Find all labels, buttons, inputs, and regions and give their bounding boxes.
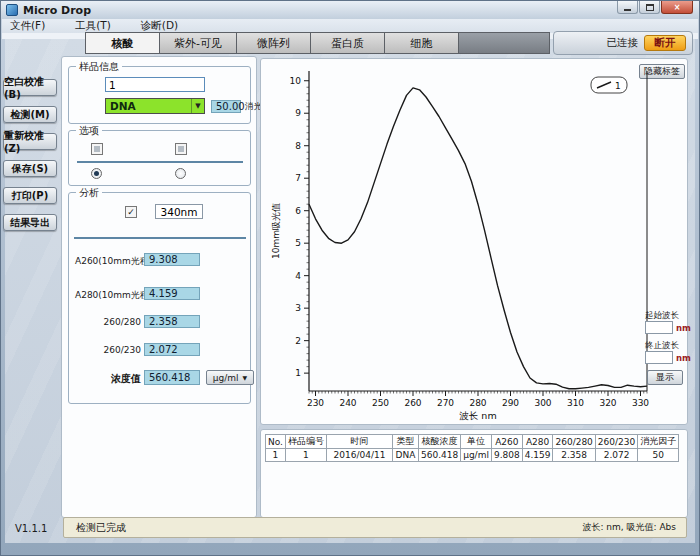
tab-细胞[interactable]: 细胞 <box>385 33 459 53</box>
main-area: 核酸紫外-可见微阵列蛋白质细胞 已连接 断开 空白校准(B)检测(M)重新校准(… <box>5 39 695 543</box>
checkbox-fill-icon <box>94 146 100 152</box>
end-wavelength-input[interactable] <box>645 351 673 364</box>
table-cell: 1 <box>285 449 326 462</box>
maximize-icon <box>646 4 654 11</box>
results-table-panel: No.样品编号时间类型核酸浓度单位A260A280260/280260/230消… <box>260 429 688 518</box>
y-axis-label: 10mm吸光值 <box>271 203 281 259</box>
analysis-group: 分析 ✓ A260(10mm光程)9.308A280(10mm光程)4.1592… <box>68 192 251 404</box>
chart-panel: 隐藏标签 23024025026027028029030031032033012… <box>260 58 688 425</box>
x-tick-label: 250 <box>372 398 389 408</box>
table-header-cell: 类型 <box>392 435 418 449</box>
tab-紫外-可见[interactable]: 紫外-可见 <box>160 33 237 53</box>
option-checkbox-2[interactable] <box>175 143 187 155</box>
title-bar: Micro Drop × <box>1 1 699 19</box>
table-cell: DNA <box>392 449 418 462</box>
options-title: 选项 <box>76 124 102 138</box>
table-cell: 2.072 <box>595 449 637 462</box>
sidebar-button[interactable]: 重新校准(Z) <box>3 133 57 150</box>
sidebar-button[interactable]: 检测(M) <box>3 106 57 123</box>
maximize-button[interactable] <box>639 1 660 14</box>
table-header-cell: 260/230 <box>595 435 637 449</box>
end-nm-label: nm <box>676 353 691 363</box>
results-table[interactable]: No.样品编号时间类型核酸浓度单位A260A280260/280260/230消… <box>265 434 679 462</box>
sidebar-button[interactable]: 打印(P) <box>3 187 57 204</box>
table-row[interactable]: 112016/04/11DNA560.418μg/ml9.8084.1592.3… <box>266 449 679 462</box>
x-tick-label: 320 <box>599 398 616 408</box>
tab-蛋白质[interactable]: 蛋白质 <box>311 33 385 53</box>
table-header-cell: No. <box>266 435 286 449</box>
x-tick-label: 280 <box>469 398 486 408</box>
table-header-cell: 单位 <box>461 435 492 449</box>
y-tick-label: 8 <box>295 141 301 151</box>
table-cell: 560.418 <box>418 449 460 462</box>
analysis-row-label: A280(10mm光程) <box>75 289 141 302</box>
wavelength-checkbox[interactable]: ✓ <box>125 206 137 218</box>
version-label: V1.1.1 <box>15 523 47 534</box>
sample-type-select[interactable]: DNA ▼ <box>105 98 205 114</box>
unit-value: μg/ml <box>213 373 239 383</box>
option-radio-2[interactable] <box>175 168 186 179</box>
sample-type-value: DNA <box>110 100 136 112</box>
table-cell: μg/ml <box>461 449 492 462</box>
table-cell: 9.808 <box>491 449 522 462</box>
legend-box <box>591 77 627 93</box>
close-button[interactable]: × <box>661 1 693 14</box>
option-checkbox-1[interactable] <box>91 143 103 155</box>
analysis-row-value: 2.358 <box>144 315 200 328</box>
analysis-row-value: 9.308 <box>144 253 200 266</box>
menu-item[interactable]: 工具(T) <box>75 19 111 33</box>
analysis-row-label: A260(10mm光程) <box>75 255 141 268</box>
concentration-label: 浓度值 <box>75 372 141 386</box>
options-divider <box>77 161 243 163</box>
analysis-divider <box>74 237 246 239</box>
table-header-cell: 核酸浓度 <box>418 435 460 449</box>
connection-status-label: 已连接 <box>607 36 639 50</box>
table-cell: 50 <box>638 449 679 462</box>
sample-id-input[interactable] <box>105 77 205 92</box>
option-radio-1[interactable] <box>91 168 102 179</box>
start-wavelength-input[interactable] <box>645 321 673 334</box>
close-icon: × <box>674 3 681 12</box>
minimize-button[interactable] <box>617 1 638 14</box>
x-tick-label: 230 <box>307 398 324 408</box>
show-button[interactable]: 显示 <box>647 370 683 385</box>
menu-item[interactable]: 文件(F) <box>10 19 45 33</box>
sidebar-button[interactable]: 结果导出 <box>3 214 57 231</box>
x-axis-label: 波长 nm <box>459 410 496 421</box>
connection-panel: 已连接 断开 <box>553 31 693 55</box>
x-tick-label: 270 <box>437 398 454 408</box>
status-readout: 波长: nm, 吸光值: Abs <box>582 521 676 534</box>
menu-item[interactable]: 诊断(D) <box>141 19 178 33</box>
tab-微阵列[interactable]: 微阵列 <box>237 33 311 53</box>
status-bar: V1.1.1 检测已完成 波长: nm, 吸光值: Abs <box>5 515 695 541</box>
table-header-cell: 样品编号 <box>285 435 326 449</box>
analysis-row-label: 260/280 <box>75 317 141 327</box>
table-cell: 2016/04/11 <box>326 449 392 462</box>
y-tick-label: 3 <box>295 303 301 313</box>
minimize-icon <box>624 9 631 11</box>
chevron-down-icon: ▼ <box>191 99 204 113</box>
wavelength-input[interactable] <box>155 204 203 219</box>
left-panel: 样品信息 DNA ▼ 50.00 消光因子 选项 分析 ✓ <box>61 56 257 518</box>
spectrum-curve <box>309 88 647 389</box>
sidebar-button[interactable]: 保存(S) <box>3 160 57 177</box>
sidebar-button[interactable]: 空白校准(B) <box>3 79 57 96</box>
tab-strip: 核酸紫外-可见微阵列蛋白质细胞 <box>85 32 550 54</box>
x-tick-label: 310 <box>567 398 584 408</box>
tab-核酸[interactable]: 核酸 <box>86 33 160 53</box>
disconnect-button[interactable]: 断开 <box>644 35 686 51</box>
x-tick-label: 260 <box>404 398 421 408</box>
y-tick-label: 7 <box>295 173 301 183</box>
legend-label: 1 <box>615 81 621 91</box>
unit-select[interactable]: μg/ml ▼ <box>206 370 254 385</box>
start-nm-label: nm <box>676 323 691 333</box>
x-tick-label: 240 <box>339 398 356 408</box>
y-tick-label: 4 <box>295 271 301 281</box>
x-tick-label: 290 <box>502 398 519 408</box>
y-tick-label: 2 <box>295 336 301 346</box>
y-tick-label: 10 <box>290 76 302 86</box>
analysis-row-label: 260/230 <box>75 345 141 355</box>
extinction-factor-field: 50.00 <box>211 100 241 113</box>
x-tick-label: 300 <box>534 398 551 408</box>
status-box: 检测已完成 波长: nm, 吸光值: Abs <box>63 517 687 538</box>
